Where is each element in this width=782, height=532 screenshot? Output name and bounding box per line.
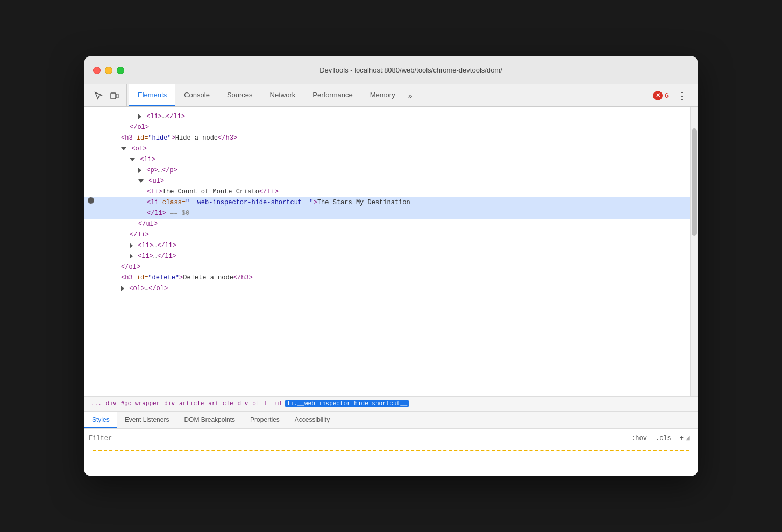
dashed-style-border	[93, 450, 689, 451]
devtools-window: DevTools - localhost:8080/web/tools/chro…	[84, 56, 698, 476]
dom-content[interactable]: <li>…</li> </ol> <h3 id="hide">Hide a no…	[84, 107, 690, 396]
breadcrumb-item-gc-wrapper[interactable]: #gc-wrapper	[119, 400, 162, 407]
tab-event-listeners[interactable]: Event Listeners	[117, 412, 177, 428]
dom-line-selected-close[interactable]: </li> == $0	[84, 208, 690, 219]
breadcrumb-item-ol[interactable]: ol	[250, 400, 261, 407]
collapse-triangle[interactable]	[121, 286, 124, 291]
add-style-button[interactable]: +	[678, 434, 686, 443]
svg-rect-0	[111, 93, 116, 99]
dom-line[interactable]: </ol>	[84, 262, 690, 272]
collapse-triangle[interactable]	[138, 168, 141, 173]
collapse-triangle[interactable]	[138, 114, 141, 119]
dom-scrollbar[interactable]	[690, 107, 698, 396]
hov-button[interactable]: :hov	[629, 434, 649, 443]
dom-line[interactable]: </ol>	[84, 122, 690, 133]
dom-line[interactable]: <li>The Count of Monte Cristo</li>	[84, 186, 690, 197]
breadcrumb-item-active[interactable]: li.__web-inspector-hide-shortcut__	[285, 400, 409, 407]
main-menu-button[interactable]: ⋮	[673, 88, 691, 104]
titlebar: DevTools - localhost:8080/web/tools/chro…	[84, 56, 698, 84]
dom-line[interactable]: <h3 id="hide">Hide a node</h3>	[84, 133, 690, 143]
collapse-triangle[interactable]	[138, 179, 144, 183]
close-button[interactable]	[93, 67, 101, 74]
dom-line[interactable]: <ol>…</ol>	[84, 283, 690, 294]
tab-elements[interactable]: Elements	[129, 84, 175, 106]
svg-rect-1	[116, 94, 118, 98]
tab-memory[interactable]: Memory	[361, 84, 404, 106]
dom-line[interactable]: </ul>	[84, 219, 690, 229]
breadcrumb-bar: ... div #gc-wrapper div article article …	[84, 396, 698, 411]
minimize-button[interactable]	[105, 67, 112, 74]
tab-sources[interactable]: Sources	[218, 84, 261, 106]
collapse-triangle[interactable]	[130, 254, 133, 259]
tab-performance[interactable]: Performance	[304, 84, 361, 106]
error-icon: ✕	[653, 91, 663, 100]
breadcrumb-item-div3[interactable]: div	[236, 400, 251, 407]
toolbar-icons	[87, 84, 127, 106]
tab-properties[interactable]: Properties	[243, 412, 287, 428]
dom-line[interactable]: <li>	[84, 154, 690, 165]
filter-bar: :hov .cls + ◢	[84, 429, 698, 448]
breadcrumb-item-li[interactable]: li	[262, 400, 273, 407]
toolbar: Elements Console Sources Network Perform…	[84, 84, 698, 107]
breadcrumb-item[interactable]: ...	[89, 400, 104, 407]
toolbar-right: ✕ 6 ⋮	[649, 84, 695, 106]
breadcrumb-item-article2[interactable]: article	[206, 400, 235, 407]
dom-line[interactable]: <ul>	[84, 176, 690, 186]
traffic-lights	[93, 67, 124, 74]
device-toolbar-button[interactable]	[107, 88, 122, 103]
maximize-button[interactable]	[117, 67, 124, 74]
cls-button[interactable]: .cls	[653, 434, 673, 443]
dom-selected-indicator	[88, 197, 94, 204]
dom-line[interactable]: <ol>	[84, 143, 690, 154]
dom-line[interactable]: <li>…</li>	[84, 111, 690, 122]
resize-handle[interactable]: ◢	[686, 435, 693, 442]
breadcrumb-item-ul[interactable]: ul	[273, 400, 285, 407]
bottom-tabs: Styles Event Listeners DOM Breakpoints P…	[84, 412, 698, 429]
breadcrumb-item-div[interactable]: div	[104, 400, 119, 407]
tab-dom-breakpoints[interactable]: DOM Breakpoints	[176, 412, 243, 428]
window-title: DevTools - localhost:8080/web/tools/chro…	[133, 66, 689, 74]
dom-line[interactable]: <li>…</li>	[84, 240, 690, 251]
collapse-triangle[interactable]	[130, 243, 133, 248]
bottom-panel: Styles Event Listeners DOM Breakpoints P…	[84, 411, 698, 476]
dom-line[interactable]: </li>	[84, 229, 690, 240]
error-badge[interactable]: ✕ 6	[653, 91, 669, 100]
collapse-triangle[interactable]	[121, 147, 126, 150]
tab-styles[interactable]: Styles	[84, 412, 117, 428]
dom-line-selected[interactable]: <li class="__web-inspector-hide-shortcut…	[84, 197, 690, 208]
tab-accessibility[interactable]: Accessibility	[287, 412, 337, 428]
inspect-element-button[interactable]	[91, 88, 106, 103]
dom-line[interactable]: <h3 id="delete">Delete a node</h3>	[84, 272, 690, 283]
tab-console[interactable]: Console	[175, 84, 218, 106]
scrollbar-thumb[interactable]	[692, 128, 697, 236]
breadcrumb-item-article1[interactable]: article	[177, 400, 206, 407]
dom-line[interactable]: <p>…</p>	[84, 165, 690, 176]
dom-line[interactable]: <li>…</li>	[84, 251, 690, 262]
filter-input[interactable]	[89, 435, 629, 442]
dom-panel: <li>…</li> </ol> <h3 id="hide">Hide a no…	[84, 107, 698, 396]
collapse-triangle[interactable]	[130, 158, 135, 161]
main-panel: <li>…</li> </ol> <h3 id="hide">Hide a no…	[84, 107, 698, 476]
breadcrumb-item-div2[interactable]: div	[162, 400, 177, 407]
filter-buttons: :hov .cls +	[629, 434, 686, 443]
tab-network[interactable]: Network	[261, 84, 304, 106]
more-tabs-button[interactable]: »	[404, 84, 417, 106]
